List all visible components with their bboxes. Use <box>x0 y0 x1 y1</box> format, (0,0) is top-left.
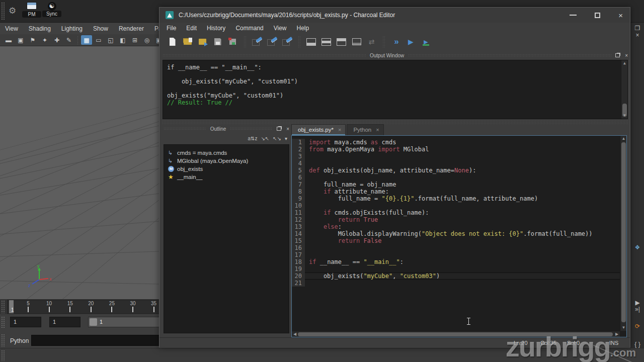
image-plane-icon[interactable]: ✦ <box>39 35 50 45</box>
helpline-grip[interactable] <box>1 350 5 361</box>
window-title-bar[interactable]: C:/Users/czurbrigg/Documents/maya/2016/s… <box>159 8 630 23</box>
sort-alpha-icon[interactable]: a⇅z <box>248 136 257 141</box>
outline-item[interactable]: ↳cmds = maya.cmds <box>168 149 289 157</box>
motion-trail-icon[interactable]: ⟳ <box>632 323 642 330</box>
code-line[interactable]: 10 <box>292 202 620 209</box>
cmdline-grip[interactable] <box>1 334 5 347</box>
execute-selected-button[interactable]: ▶ <box>419 35 433 48</box>
shelf-button-pm[interactable]: PM <box>22 2 41 21</box>
new-file-button[interactable] <box>166 35 179 48</box>
safe-action-icon[interactable]: ◎ <box>141 35 152 45</box>
save-all-button[interactable] <box>226 35 239 48</box>
dock-icon[interactable]: ❐ <box>632 25 642 32</box>
outline-tree[interactable]: ↳cmds = maya.cmds↳MGlobal (maya.OpenMaya… <box>164 144 289 333</box>
timeline-grip[interactable] <box>1 300 5 313</box>
menu-history[interactable]: History <box>207 25 225 32</box>
menu-file[interactable]: File <box>167 25 176 32</box>
scroll-up-icon[interactable]: ▲ <box>621 60 628 66</box>
code-line[interactable]: 9 full_name = "{0}.{1}".format(full_name… <box>292 195 620 202</box>
playback-start-field[interactable]: 1 <box>10 317 41 327</box>
toggle-output-panel-button[interactable] <box>350 35 363 48</box>
close-panel-icon[interactable]: × <box>286 126 289 132</box>
scroll-down-icon[interactable]: ▼ <box>621 113 628 119</box>
code-line[interactable]: 17 <box>292 251 620 258</box>
menu-view[interactable]: View <box>274 25 287 32</box>
rangebar-grip[interactable] <box>1 316 5 328</box>
outline-item[interactable]: Mobj_exists <box>168 165 289 173</box>
command-language-label[interactable]: Python <box>10 337 29 344</box>
close-panel-icon[interactable]: × <box>625 53 628 58</box>
range-slider-handle[interactable] <box>90 318 97 326</box>
scrollbar-thumb[interactable] <box>621 142 626 322</box>
scroll-up-icon[interactable]: ▲ <box>620 136 627 142</box>
grid-icon[interactable]: ▦ <box>81 35 92 45</box>
code-line[interactable]: 3 <box>292 153 620 160</box>
code-line[interactable]: 11 if cmds.objExists(full_name): <box>292 209 620 216</box>
scroll-down-icon[interactable]: ▼ <box>620 325 627 331</box>
layout-output-top-button[interactable] <box>335 35 348 48</box>
code-line[interactable]: 6 <box>292 174 620 181</box>
resolution-gate-icon[interactable]: ◱ <box>105 35 116 45</box>
go-to-end-icon[interactable]: »| <box>632 306 642 313</box>
select-camera-icon[interactable]: ▬ <box>3 35 14 45</box>
maximize-button[interactable] <box>595 13 600 18</box>
play-small-icon[interactable]: ▶ <box>632 299 642 306</box>
shelf-grip[interactable] <box>1 2 5 21</box>
code-editor[interactable]: 1import maya.cmds as cmds2from maya.Open… <box>291 135 627 337</box>
clear-input-button[interactable] <box>265 35 279 48</box>
perspective-viewport[interactable]: y x z <box>0 46 161 299</box>
save-button[interactable] <box>211 35 224 48</box>
lock-camera-icon[interactable]: ▣ <box>15 35 26 45</box>
paint-effects-icon[interactable]: ❖ <box>632 244 642 251</box>
outline-panel-header[interactable]: Outline × <box>164 125 289 132</box>
close-button[interactable]: × <box>618 12 623 19</box>
import-script-button[interactable] <box>196 35 209 48</box>
output-window-header[interactable]: Output Window × <box>163 52 628 59</box>
swap-panes-button[interactable]: ⇄ <box>365 35 378 48</box>
code-line[interactable]: 5def obj_exists(obj_name, attribute_name… <box>292 167 620 174</box>
animation-start-field[interactable]: 1 <box>49 317 80 327</box>
greasepencil-icon[interactable]: ✎ <box>63 35 74 45</box>
outline-menu-icon[interactable]: ▾ <box>285 136 287 141</box>
float-panel-icon[interactable] <box>277 127 281 131</box>
code-line[interactable]: 12 return True <box>292 216 620 223</box>
output-vertical-scrollbar[interactable]: ▲ ▼ <box>621 60 627 119</box>
tab-close-icon[interactable]: × <box>376 127 379 133</box>
close-panel-icon[interactable]: × <box>632 32 642 39</box>
code-line[interactable]: 2from maya.OpenMaya import MGlobal <box>292 146 620 153</box>
code-line[interactable]: 18if __name__ == "__main__": <box>292 258 620 265</box>
viewport-menu-lighting[interactable]: Lighting <box>61 25 83 32</box>
code-line[interactable]: 4 <box>292 160 620 167</box>
layout-output-bottom-button[interactable] <box>304 35 318 48</box>
code-line[interactable]: 14 MGlobal.displayWarning("Object does n… <box>292 230 620 237</box>
execute-button[interactable]: ▶ <box>404 35 418 48</box>
tab-obj-exists-py-[interactable]: obj_exists.py*× <box>291 124 346 135</box>
viewport-menu-shading[interactable]: Shading <box>29 25 51 32</box>
code-line[interactable]: 21 <box>292 280 620 287</box>
editor-horizontal-scrollbar[interactable]: ◀ ▶ <box>292 331 620 337</box>
code-line[interactable]: 13 else: <box>292 223 620 230</box>
minimize-button[interactable] <box>570 15 577 16</box>
code-line[interactable]: 1import maya.cmds as cmds <box>292 139 620 146</box>
script-editor-icon[interactable]: { } <box>632 341 642 348</box>
clear-all-button[interactable] <box>280 35 294 48</box>
viewport-menu-renderer[interactable]: Renderer <box>119 25 144 32</box>
layout-split-button[interactable] <box>319 35 333 48</box>
collapse-all-icon[interactable]: ↘↖ <box>261 136 269 141</box>
output-window[interactable]: ▲ ▼ if __name__ == "__main__": obj_exist… <box>163 60 628 119</box>
scrollbar-thumb[interactable] <box>298 332 613 336</box>
code-line[interactable]: 16 <box>292 244 620 251</box>
menu-help[interactable]: Help <box>297 25 309 32</box>
menu-edit[interactable]: Edit <box>186 25 197 32</box>
shelf-button-sync[interactable]: ☯ Sync <box>42 2 61 21</box>
tab-python[interactable]: Python× <box>347 124 383 135</box>
film-gate-icon[interactable]: ▭ <box>93 35 104 45</box>
scroll-left-icon[interactable]: ◀ <box>292 331 298 337</box>
field-chart-icon[interactable]: ⊞ <box>129 35 140 45</box>
editor-vertical-scrollbar[interactable]: ▲ ▼ <box>620 136 626 331</box>
menu-command[interactable]: Command <box>235 25 263 32</box>
bookmark-icon[interactable]: ⚑ <box>27 35 38 45</box>
code-line[interactable]: 15 return False <box>292 237 620 244</box>
code-line[interactable]: 19 <box>292 265 620 273</box>
code-lines[interactable]: 1import maya.cmds as cmds2from maya.Open… <box>292 136 620 331</box>
